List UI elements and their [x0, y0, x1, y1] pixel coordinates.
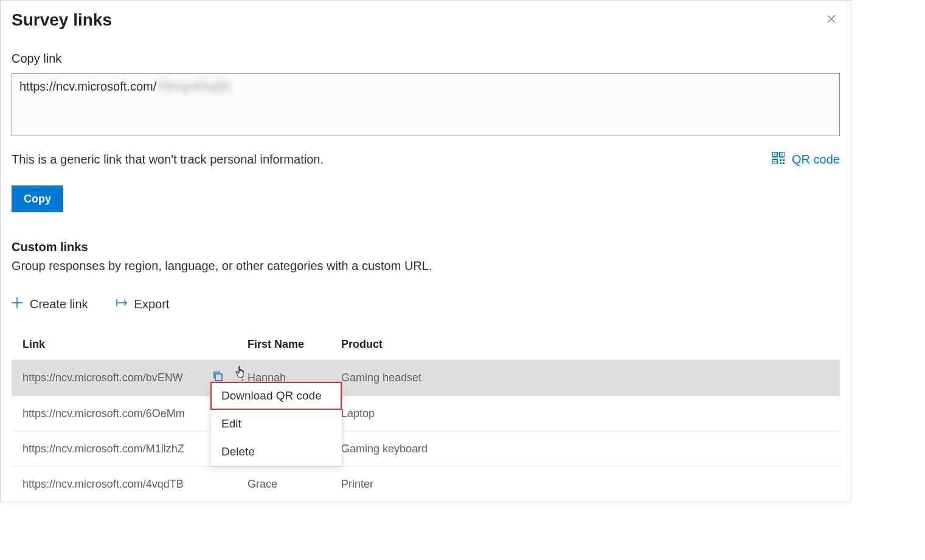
table-body: https://ncv.microsoft.com/bvENW HannahGa… [12, 359, 840, 502]
dialog-title: Survey links [12, 10, 112, 30]
links-table: Link First Name Product https://ncv.micr… [12, 330, 840, 502]
table-row[interactable]: https://ncv.microsoft.com/6OeMmLaptop [12, 396, 840, 431]
svg-rect-3 [774, 154, 775, 155]
export-label: Export [134, 297, 170, 311]
svg-rect-16 [215, 374, 222, 381]
link-text: https://ncv.microsoft.com/bvENW [23, 372, 183, 384]
table-row[interactable]: https://ncv.microsoft.com/M1llzhZGaming … [12, 431, 840, 466]
cell-firstname: Grace [248, 478, 341, 491]
table-header: Link First Name Product [12, 330, 840, 359]
create-link-button[interactable]: Create link [12, 297, 88, 311]
link-text: https://ncv.microsoft.com/6OeMm [23, 407, 185, 420]
cell-product: Gaming keyboard [341, 443, 829, 455]
export-icon [116, 297, 127, 311]
link-textarea-wrapper: https://ncv.microsoft.com/T0mqnKha00 [12, 73, 840, 136]
copy-link-label: Copy link [12, 52, 840, 66]
link-text: https://ncv.microsoft.com/4vqdTB [23, 478, 184, 491]
qr-code-icon [772, 152, 785, 167]
link-textarea[interactable]: https://ncv.microsoft.com/T0mqnKha00 [12, 73, 840, 136]
export-button[interactable]: Export [116, 297, 170, 311]
header-product: Product [341, 338, 829, 351]
context-menu-item[interactable]: Download QR code [210, 382, 342, 410]
custom-links-actions: Create link Export [12, 297, 840, 311]
svg-rect-11 [783, 162, 785, 164]
close-icon [825, 18, 837, 27]
link-url-hidden: T0mqnKha00 [156, 80, 229, 94]
svg-rect-10 [780, 162, 781, 164]
svg-rect-5 [781, 154, 783, 155]
svg-rect-8 [780, 159, 781, 161]
header-firstname: First Name [248, 338, 341, 351]
custom-links-desc: Group responses by region, language, or … [12, 259, 840, 273]
survey-links-dialog: Survey links Copy link https://ncv.micro… [0, 0, 851, 502]
context-menu: Download QR codeEditDelete [210, 381, 342, 466]
copy-button[interactable]: Copy [12, 185, 63, 212]
qr-code-link[interactable]: QR code [772, 152, 840, 167]
link-text: https://ncv.microsoft.com/M1llzhZ [23, 443, 184, 455]
close-button[interactable] [823, 10, 840, 29]
under-link-row: This is a generic link that won't track … [12, 152, 840, 167]
create-link-label: Create link [30, 297, 88, 311]
context-menu-item[interactable]: Delete [210, 438, 342, 466]
plus-icon [12, 297, 23, 311]
table-row[interactable]: https://ncv.microsoft.com/4vqdTBGracePri… [12, 466, 840, 502]
svg-rect-9 [783, 159, 785, 161]
cell-link: https://ncv.microsoft.com/4vqdTB [23, 478, 248, 491]
cell-product: Gaming headset [341, 372, 829, 384]
helper-text: This is a generic link that won't track … [12, 153, 324, 167]
svg-point-17 [242, 372, 244, 374]
context-menu-item[interactable]: Edit [210, 410, 342, 438]
dialog-header: Survey links [12, 10, 840, 30]
cell-product: Laptop [341, 407, 829, 420]
table-row[interactable]: https://ncv.microsoft.com/bvENW HannahGa… [12, 359, 840, 396]
cell-product: Printer [341, 478, 829, 491]
link-url-visible: https://ncv.microsoft.com/ [19, 80, 156, 94]
custom-links-title: Custom links [12, 240, 840, 254]
svg-rect-7 [774, 161, 775, 162]
svg-point-18 [242, 376, 244, 378]
qr-code-label: QR code [792, 153, 840, 167]
header-link: Link [23, 338, 248, 351]
